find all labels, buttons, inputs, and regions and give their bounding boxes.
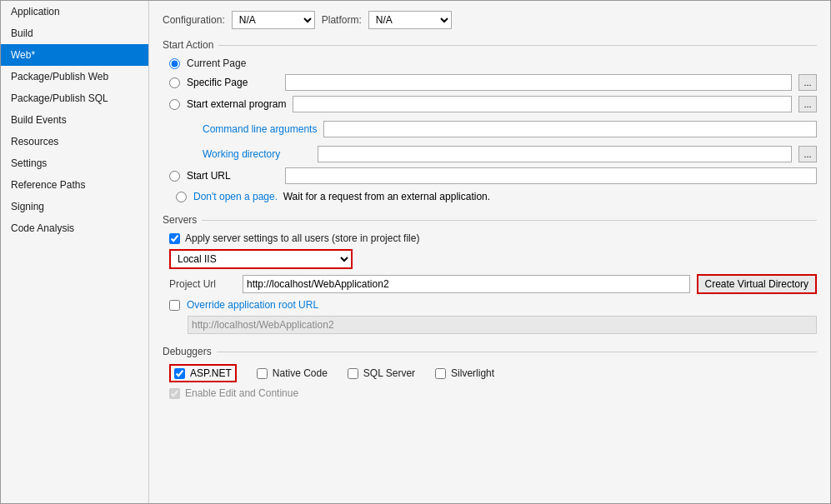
specific-page-input[interactable] — [285, 74, 792, 91]
dont-open-label: Don't open a page. Wait for a request fr… — [193, 191, 490, 202]
edit-continue-label: Enable Edit and Continue — [185, 387, 298, 399]
start-action-title: Start Action — [163, 39, 817, 51]
project-url-label: Project Url — [169, 278, 236, 290]
dont-open-row: Don't open a page. Wait for a request fr… — [169, 191, 817, 202]
aspnet-checkbox[interactable] — [174, 368, 185, 379]
configuration-label: Configuration: — [163, 14, 225, 26]
current-page-radio[interactable] — [169, 58, 180, 69]
start-external-label: Start external program — [187, 98, 286, 110]
working-dir-browse-button[interactable]: ... — [798, 146, 817, 162]
top-bar: Configuration: N/A Platform: N/A — [163, 7, 817, 29]
silverlight-label: Silverlight — [451, 367, 494, 379]
override-url-label: Override application root URL — [187, 299, 318, 311]
servers-section: Servers Apply server settings to all use… — [163, 214, 817, 334]
sidebar-item-settings[interactable]: Settings — [1, 152, 148, 174]
override-url-input[interactable] — [188, 316, 817, 334]
native-code-label: Native Code — [273, 367, 328, 379]
current-page-label: Current Page — [187, 57, 246, 69]
aspnet-label: ASP.NET — [190, 367, 232, 379]
working-dir-label: Working directory — [203, 148, 311, 160]
sidebar-item-build[interactable]: Build — [1, 22, 148, 44]
server-type-select[interactable]: Local IIS IIS Express Custom — [169, 249, 353, 269]
sidebar-item-package-publish-sql[interactable]: Package/Publish SQL — [1, 87, 148, 109]
start-external-browse-button[interactable]: ... — [798, 96, 817, 112]
debuggers-title: Debuggers — [163, 346, 817, 357]
platform-select[interactable]: N/A — [368, 11, 452, 29]
debuggers-row: ASP.NET Native Code SQL Server Silverlig… — [163, 364, 817, 382]
start-url-label: Start URL — [187, 170, 278, 182]
sidebar-item-code-analysis[interactable]: Code Analysis — [1, 217, 148, 239]
command-line-row: Command line arguments — [169, 121, 817, 137]
working-dir-input[interactable] — [318, 146, 792, 162]
override-url-row: Override application root URL — [163, 299, 817, 311]
start-action-section: Start Action Current Page Specific Page … — [163, 39, 817, 202]
start-external-radio[interactable] — [169, 99, 180, 110]
create-virtual-directory-button[interactable]: Create Virtual Directory — [697, 274, 818, 294]
start-url-row: Start URL — [169, 167, 817, 184]
apply-server-settings-label: Apply server settings to all users (stor… — [185, 232, 419, 244]
start-url-input[interactable] — [285, 167, 817, 184]
sidebar-item-build-events[interactable]: Build Events — [1, 109, 148, 131]
silverlight-checkbox[interactable] — [435, 368, 446, 379]
edit-continue-checkbox[interactable] — [169, 388, 180, 399]
start-action-radio-group: Current Page Specific Page ... Start ext… — [163, 57, 817, 202]
specific-page-radio[interactable] — [169, 77, 180, 88]
sidebar-item-application[interactable]: Application — [1, 1, 148, 22]
url-display-row — [163, 316, 817, 334]
sidebar-item-resources[interactable]: Resources — [1, 131, 148, 152]
command-line-input[interactable] — [323, 121, 817, 137]
sidebar: Application Build Web* Package/Publish W… — [1, 1, 149, 503]
server-select-row: Local IIS IIS Express Custom — [163, 249, 817, 269]
sidebar-item-web[interactable]: Web* — [1, 44, 148, 66]
dont-open-radio[interactable] — [176, 192, 187, 202]
working-dir-row: Working directory ... — [169, 146, 817, 162]
sql-server-label: SQL Server — [363, 367, 415, 379]
override-url-checkbox[interactable] — [169, 300, 180, 311]
debuggers-section: Debuggers ASP.NET Native Code SQL Server… — [163, 346, 817, 399]
project-url-row: Project Url Create Virtual Directory — [163, 274, 817, 294]
apply-server-settings-row: Apply server settings to all users (stor… — [163, 232, 817, 244]
specific-page-row: Specific Page ... — [169, 74, 817, 91]
sidebar-item-signing[interactable]: Signing — [1, 196, 148, 217]
platform-label: Platform: — [322, 14, 362, 26]
sidebar-item-reference-paths[interactable]: Reference Paths — [1, 174, 148, 196]
specific-page-browse-button[interactable]: ... — [798, 74, 817, 91]
aspnet-wrapper: ASP.NET — [169, 364, 237, 382]
silverlight-item: Silverlight — [435, 367, 494, 379]
specific-page-label: Specific Page — [187, 77, 278, 88]
native-code-item: Native Code — [257, 367, 328, 379]
start-url-radio[interactable] — [169, 171, 180, 182]
main-content: Configuration: N/A Platform: N/A Start A… — [149, 1, 830, 503]
edit-continue-row: Enable Edit and Continue — [163, 387, 817, 399]
sql-server-item: SQL Server — [348, 367, 415, 379]
native-code-checkbox[interactable] — [257, 368, 268, 379]
sql-server-checkbox[interactable] — [348, 368, 358, 379]
configuration-select[interactable]: N/A — [232, 11, 315, 29]
command-line-label: Command line arguments — [203, 123, 317, 135]
project-url-input[interactable] — [243, 275, 690, 293]
sidebar-item-package-publish-web[interactable]: Package/Publish Web — [1, 66, 148, 87]
current-page-row: Current Page — [169, 57, 817, 69]
apply-server-settings-checkbox[interactable] — [169, 233, 180, 244]
servers-title: Servers — [163, 214, 817, 226]
start-external-row: Start external program ... — [169, 96, 817, 112]
start-external-input[interactable] — [293, 96, 792, 112]
